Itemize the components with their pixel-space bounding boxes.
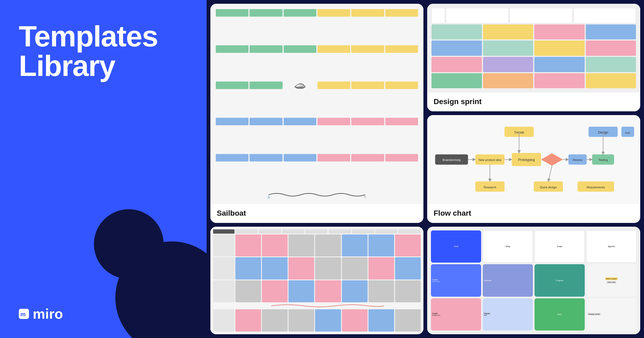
title-line2: Library	[19, 49, 115, 82]
br-card: Progress	[535, 264, 585, 296]
bl-cell	[368, 234, 394, 257]
ds-cell	[534, 57, 585, 72]
svg-marker-37	[541, 153, 563, 166]
sb-cell	[317, 9, 350, 17]
bl-cell	[395, 280, 421, 303]
bl-cell	[288, 234, 314, 257]
bottom-left-card[interactable]	[210, 227, 423, 334]
sb-cell	[317, 82, 350, 89]
bl-cell	[288, 309, 314, 332]
br-card: Create action plan	[431, 264, 481, 296]
bl-cell	[262, 257, 288, 280]
sb-cell	[385, 82, 418, 89]
sb-cell	[284, 45, 316, 53]
flowchart-diagram: Trends Design Impl Brainstorming New pro…	[431, 119, 636, 200]
ds-cell	[483, 73, 533, 89]
bl-cell	[315, 234, 341, 257]
ds-row	[431, 57, 636, 72]
bl-cell	[288, 257, 314, 280]
sb-cell	[216, 45, 248, 53]
sb-cell	[351, 118, 384, 125]
ds-cell	[431, 41, 482, 56]
br-card: Strategy update	[586, 298, 636, 330]
bl-cell	[315, 309, 341, 332]
bl-header-cell	[398, 229, 421, 234]
sb-cell	[284, 9, 316, 17]
svg-text:New product idea: New product idea	[478, 158, 502, 161]
bl-header-cell	[375, 229, 398, 234]
ds-row	[431, 41, 636, 56]
svg-text:Brainstorming: Brainstorming	[442, 158, 460, 161]
ds-cell	[483, 24, 533, 40]
sb-cell	[250, 118, 282, 125]
svg-text:⚓: ⚓	[267, 195, 270, 199]
sailboat-card[interactable]: ⚓ ⚠ Sailboat	[210, 4, 423, 223]
ds-cell	[586, 73, 636, 89]
sb-cell	[351, 82, 384, 89]
br-card: Migrate data	[483, 298, 533, 330]
ds-cell	[431, 57, 482, 72]
sb-cell	[385, 9, 418, 17]
svg-text:Quick design: Quick design	[540, 186, 557, 189]
bl-cell	[288, 280, 314, 303]
bl-cell	[368, 309, 394, 332]
bl-row	[213, 234, 421, 257]
bl-cell	[342, 257, 368, 280]
right-panel: ⚓ ⚠ Sailboat	[207, 0, 644, 338]
bl-row-label	[213, 257, 235, 280]
sailboat-label: Sailboat	[210, 204, 423, 223]
sb-cell	[317, 118, 350, 125]
bl-cell	[395, 309, 421, 332]
bl-row-label	[213, 234, 235, 257]
miro-logo: m miro	[19, 306, 188, 322]
boat-icon	[284, 82, 316, 89]
sb-cell	[317, 45, 350, 53]
svg-text:Impl: Impl	[625, 131, 630, 134]
svg-text:Review: Review	[573, 158, 582, 161]
bl-cell	[315, 257, 341, 280]
sb-cell	[351, 45, 384, 53]
sb-cell	[216, 118, 248, 125]
ds-row	[431, 73, 636, 89]
ds-cell	[534, 73, 585, 89]
ds-cell	[431, 24, 482, 40]
br-card: Metrics update Open roles	[586, 264, 636, 296]
sb-cell	[250, 9, 282, 17]
bl-header-cell	[305, 229, 328, 234]
ds-cell	[483, 41, 533, 56]
ds-cell	[446, 8, 508, 23]
ds-cell	[573, 8, 636, 23]
flowchart-card[interactable]: Trends Design Impl Brainstorming New pro…	[427, 115, 640, 223]
design-sprint-card[interactable]: Design sprint	[427, 4, 640, 111]
bl-cell	[235, 280, 261, 303]
sb-cell	[284, 118, 316, 125]
bl-row-label	[213, 280, 235, 303]
bl-cell	[262, 280, 288, 303]
design-sprint-preview	[427, 4, 640, 93]
bl-cell	[262, 309, 288, 332]
br-card: Schedule	[483, 264, 533, 296]
flowchart-preview: Trends Design Impl Brainstorming New pro…	[427, 115, 640, 204]
ds-cell	[431, 8, 445, 23]
sb-cell	[216, 9, 248, 17]
sb-cell-boat	[284, 82, 316, 89]
bl-cell	[342, 280, 368, 303]
sb-cell	[351, 154, 384, 161]
br-card: Goal	[431, 230, 481, 263]
bl-header-cell	[259, 229, 281, 234]
ds-cell	[483, 57, 533, 72]
flowchart-label: Flow chart	[427, 204, 640, 223]
miro-logo-icon: m	[19, 309, 29, 319]
bl-header-cell	[213, 229, 235, 234]
sb-cell	[351, 9, 384, 17]
bottom-right-card[interactable]: Goal Setup Scope Approve Create action p…	[427, 227, 640, 334]
svg-line-54	[548, 166, 552, 182]
ds-cell	[586, 24, 636, 40]
title-line1: Templates	[19, 20, 158, 53]
sb-cell	[216, 82, 248, 89]
bottom-right-preview: Goal Setup Scope Approve Create action p…	[427, 227, 640, 334]
wave-line: ⚓ ⚠	[216, 191, 418, 199]
br-card: Approve	[586, 230, 636, 263]
bl-cell	[235, 234, 261, 257]
bl-header-cell	[235, 229, 258, 234]
